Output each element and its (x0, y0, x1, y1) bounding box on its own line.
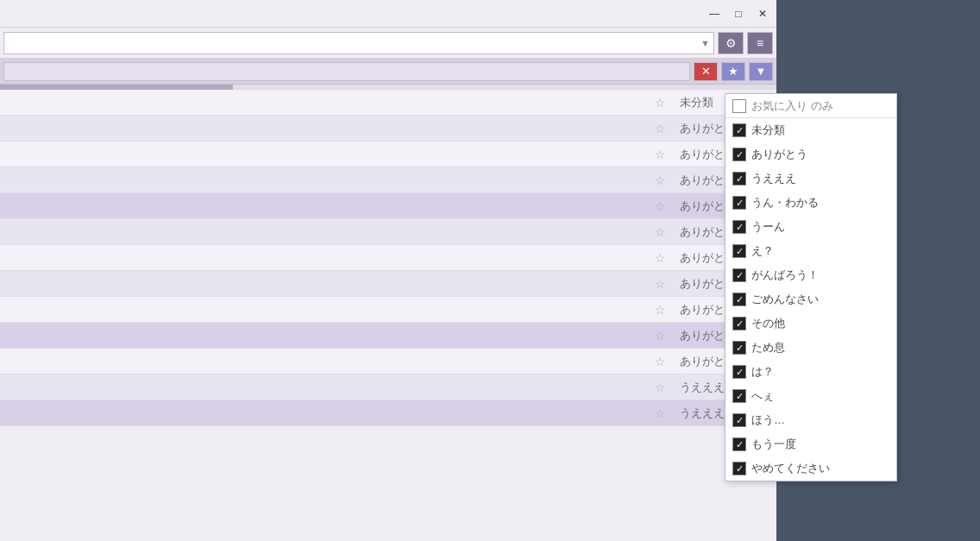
close-button[interactable]: ✕ (756, 7, 770, 21)
row-star-icon[interactable]: ☆ (647, 251, 673, 265)
dropdown-filter-item[interactable]: ✓ うえええ (726, 167, 896, 191)
filter-icon: ▼ (756, 65, 767, 78)
filter-checkbox[interactable]: ✓ (732, 172, 746, 186)
filter-input[interactable] (3, 62, 690, 81)
table-row[interactable]: ☆ ありがとう (0, 116, 776, 142)
table-row[interactable]: ☆ ありがとう (0, 219, 776, 245)
table-row[interactable]: ☆ 未分類 (0, 90, 776, 116)
filter-label: うーん (751, 219, 785, 235)
table-row[interactable]: ☆ ありがとう (0, 193, 776, 219)
row-star-icon[interactable]: ☆ (647, 303, 673, 317)
filter-label: え？ (751, 243, 774, 259)
filter-checkbox[interactable]: ✓ (732, 268, 746, 282)
filter-label: ほう… (751, 412, 785, 428)
dropdown-filter-item[interactable]: ✓ がんばろう！ (726, 263, 896, 287)
filter-checkbox[interactable]: ✓ (732, 389, 746, 403)
dropdown-items-list: ✓ 未分類 ✓ ありがとう ✓ うえええ ✓ うん・わかる ✓ うーん ✓ え？… (726, 118, 896, 481)
dropdown-filter-item[interactable]: ✓ もう一度 (726, 432, 896, 456)
table-row[interactable]: ☆ ありがとう (0, 167, 776, 193)
filter-label: やめてください (751, 461, 830, 476)
dropdown-filter-item[interactable]: ✓ は？ (726, 360, 896, 384)
table-row[interactable]: ☆ うえええ (0, 400, 776, 426)
table: ☆ 未分類 ☆ ありがとう ☆ ありがとう ☆ ありがとう ☆ ありがとう ☆ … (0, 90, 776, 426)
row-star-icon[interactable]: ☆ (647, 96, 673, 110)
filter-favorites-button[interactable]: ★ (721, 62, 745, 81)
dropdown-filter-item[interactable]: ✓ へぇ (726, 384, 896, 408)
dropdown-filter-item[interactable]: ✓ ほう… (726, 408, 896, 432)
dropdown-filter-item[interactable]: ✓ 未分類 (726, 118, 896, 142)
favorites-only-label: お気に入り のみ (751, 98, 833, 114)
table-row[interactable]: ☆ ありがとう (0, 297, 776, 323)
filter-checkbox[interactable]: ✓ (732, 437, 746, 451)
row-star-icon[interactable]: ☆ (647, 355, 673, 368)
filter-clear-button[interactable]: ✕ (694, 62, 718, 81)
row-star-icon[interactable]: ☆ (647, 122, 673, 135)
row-star-icon[interactable]: ☆ (647, 406, 673, 420)
filter-checkbox[interactable]: ✓ (732, 317, 746, 330)
dropdown-filter-item[interactable]: ✓ うーん (726, 215, 896, 239)
dropdown-filter-item[interactable]: ✓ やめてください (726, 456, 896, 481)
row-star-icon[interactable]: ☆ (647, 381, 673, 394)
filter-checkbox[interactable]: ✓ (732, 220, 746, 234)
filter-category-button[interactable]: ▼ (749, 62, 773, 81)
menu-button[interactable]: ≡ (747, 32, 773, 54)
dropdown-filter-item[interactable]: ✓ その他 (726, 311, 896, 336)
dropdown-arrow-icon: ▼ (700, 38, 710, 48)
filter-checkbox[interactable]: ✓ (732, 293, 746, 306)
filter-checkbox[interactable]: ✓ (732, 413, 746, 427)
filter-bar: ✕ ★ ▼ (0, 59, 776, 85)
toolbar: ▼ ⚙ ≡ (0, 28, 776, 59)
table-row[interactable]: ☆ ありがとう (0, 271, 776, 297)
star-icon: ★ (728, 65, 738, 78)
row-star-icon[interactable]: ☆ (647, 173, 673, 187)
title-bar-buttons: — □ ✕ (707, 7, 770, 21)
filter-label: ありがとう (751, 147, 807, 162)
maximize-button[interactable]: □ (732, 7, 745, 21)
filter-label: うえええ (751, 171, 796, 186)
favorites-only-checkbox[interactable] (732, 99, 746, 113)
minimize-button[interactable]: — (707, 7, 721, 21)
table-row[interactable]: ☆ ありがとう (0, 245, 776, 271)
dropdown-filter-item[interactable]: ✓ ため息 (726, 336, 896, 360)
search-dropdown[interactable]: ▼ (3, 32, 714, 54)
row-star-icon[interactable]: ☆ (647, 329, 673, 343)
close-icon: ✕ (701, 65, 711, 78)
row-star-icon[interactable]: ☆ (647, 199, 673, 213)
table-row[interactable]: ☆ ありがとう (0, 142, 776, 167)
filter-label: ため息 (751, 340, 785, 355)
dropdown-filter-item[interactable]: ✓ ごめんなさい (726, 287, 896, 311)
row-star-icon[interactable]: ☆ (647, 225, 673, 239)
filter-label: もう一度 (751, 437, 796, 452)
filter-label: へぇ (751, 388, 774, 404)
dropdown-filter-item[interactable]: ✓ ありがとう (726, 142, 896, 167)
favorites-only-item[interactable]: お気に入り のみ (726, 94, 896, 118)
title-bar: — □ ✕ (0, 0, 776, 28)
filter-label: その他 (751, 316, 785, 331)
dropdown-filter-item[interactable]: ✓ うん・わかる (726, 191, 896, 215)
filter-checkbox[interactable]: ✓ (732, 462, 746, 475)
gear-icon: ⚙ (726, 36, 737, 50)
table-row[interactable]: ☆ うえええ (0, 374, 776, 400)
filter-checkbox[interactable]: ✓ (732, 196, 746, 210)
row-star-icon[interactable]: ☆ (647, 148, 673, 161)
filter-checkbox[interactable]: ✓ (732, 148, 746, 161)
filter-label: 未分類 (751, 123, 785, 138)
filter-dropdown-menu: お気に入り のみ ✓ 未分類 ✓ ありがとう ✓ うえええ ✓ うん・わかる ✓… (725, 93, 897, 481)
table-container[interactable]: ☆ 未分類 ☆ ありがとう ☆ ありがとう ☆ ありがとう ☆ ありがとう ☆ … (0, 90, 776, 541)
settings-button[interactable]: ⚙ (718, 32, 744, 54)
filter-label: ごめんなさい (751, 292, 819, 307)
filter-checkbox[interactable]: ✓ (732, 341, 746, 355)
table-row[interactable]: ☆ ありがとう (0, 323, 776, 349)
filter-label: がんばろう！ (751, 267, 819, 283)
row-star-icon[interactable]: ☆ (647, 277, 673, 291)
filter-label: うん・わかる (751, 195, 819, 211)
filter-checkbox[interactable]: ✓ (732, 365, 746, 379)
filter-checkbox[interactable]: ✓ (732, 123, 746, 137)
table-row[interactable]: ☆ ありがとう (0, 349, 776, 374)
dropdown-filter-item[interactable]: ✓ え？ (726, 239, 896, 263)
filter-label: は？ (751, 364, 774, 380)
main-window: — □ ✕ ▼ ⚙ ≡ ✕ ★ ▼ ☆ (0, 0, 776, 541)
menu-icon: ≡ (757, 36, 763, 50)
filter-checkbox[interactable]: ✓ (732, 244, 746, 258)
